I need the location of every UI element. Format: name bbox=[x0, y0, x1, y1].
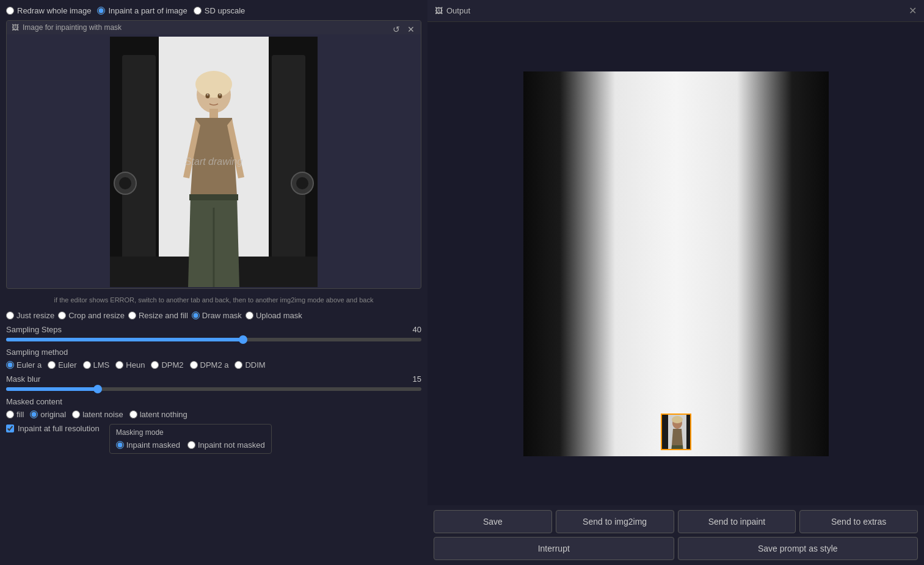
option-inpaint-masked[interactable]: Inpaint masked bbox=[116, 440, 180, 450]
radio-inpaint[interactable] bbox=[97, 7, 105, 15]
send-inpaint-button[interactable]: Send to inpaint bbox=[678, 510, 796, 533]
option-draw-mask[interactable]: Draw mask bbox=[192, 311, 242, 320]
radio-redraw[interactable] bbox=[6, 7, 14, 15]
option-just-resize[interactable]: Just resize bbox=[6, 311, 54, 320]
radio-heun[interactable] bbox=[115, 361, 123, 369]
refresh-icon-btn[interactable]: ↺ bbox=[391, 23, 401, 35]
sampling-method-label: Sampling method bbox=[6, 348, 421, 357]
radio-upload-mask[interactable] bbox=[246, 312, 253, 319]
send-extras-button[interactable]: Send to extras bbox=[799, 510, 918, 533]
option-latent-nothing[interactable]: latent nothing bbox=[129, 410, 187, 419]
svg-rect-22 bbox=[591, 71, 762, 456]
mask-blur-label-row: Mask blur 15 bbox=[6, 374, 421, 384]
tab-redraw[interactable]: Redraw whole image bbox=[6, 6, 91, 15]
option-original[interactable]: original bbox=[30, 410, 66, 419]
label-upload-mask: Upload mask bbox=[256, 311, 302, 320]
sampling-steps-thumb[interactable] bbox=[239, 335, 247, 344]
radio-fill[interactable] bbox=[6, 410, 14, 418]
radio-original[interactable] bbox=[30, 410, 38, 418]
radio-sdupscale[interactable] bbox=[194, 7, 202, 15]
label-draw-mask: Draw mask bbox=[202, 311, 242, 320]
right-panel: 🖼 Output ✕ bbox=[427, 0, 924, 565]
option-ddim[interactable]: DDIM bbox=[235, 360, 265, 370]
svg-point-44 bbox=[683, 122, 705, 144]
svg-point-57 bbox=[672, 416, 683, 423]
radio-ddim[interactable] bbox=[235, 361, 242, 369]
send-img2img-button[interactable]: Send to img2img bbox=[556, 510, 674, 533]
option-lms[interactable]: LMS bbox=[83, 360, 110, 370]
option-resize-fill[interactable]: Resize and fill bbox=[128, 311, 188, 320]
svg-rect-21 bbox=[523, 71, 829, 456]
option-euler[interactable]: Euler bbox=[48, 360, 76, 370]
inpaint-full-res-checkbox[interactable] bbox=[6, 425, 14, 432]
option-euler-a[interactable]: Euler a bbox=[6, 360, 42, 370]
label-original: original bbox=[40, 410, 66, 419]
radio-lms[interactable] bbox=[83, 361, 91, 369]
mask-blur-value: 15 bbox=[413, 374, 421, 384]
option-inpaint-not-masked[interactable]: Inpaint not masked bbox=[187, 440, 265, 450]
radio-inpaint-not-masked[interactable] bbox=[187, 441, 195, 449]
mask-blur-thumb[interactable] bbox=[93, 385, 102, 393]
radio-latent-nothing[interactable] bbox=[129, 410, 137, 418]
svg-point-27 bbox=[523, 268, 556, 302]
action-row-1: Save Send to img2img Send to inpaint Sen… bbox=[434, 510, 918, 533]
close-icon-btn[interactable]: ✕ bbox=[406, 23, 416, 35]
option-crop-resize[interactable]: Crop and resize bbox=[58, 311, 125, 320]
radio-euler-a[interactable] bbox=[6, 361, 14, 369]
svg-point-38 bbox=[627, 293, 639, 308]
tab-inpaint[interactable]: Inpaint a part of image bbox=[97, 6, 187, 15]
tab-redraw-label: Redraw whole image bbox=[17, 6, 91, 15]
mask-blur-section: Mask blur 15 bbox=[6, 374, 421, 392]
option-upload-mask[interactable]: Upload mask bbox=[246, 311, 302, 320]
left-panel: Redraw whole image Inpaint a part of ima… bbox=[0, 0, 427, 565]
svg-rect-40 bbox=[669, 178, 683, 194]
inpaint-full-res-label[interactable]: Inpaint at full resolution bbox=[6, 424, 100, 433]
thumbnail-1[interactable] bbox=[661, 414, 691, 450]
option-latent-noise[interactable]: latent noise bbox=[72, 410, 123, 419]
image-area-label: Image for inpainting with mask bbox=[23, 23, 122, 32]
svg-point-42 bbox=[648, 117, 704, 158]
label-latent-nothing: latent nothing bbox=[140, 410, 187, 419]
option-dpm2a[interactable]: DPM2 a bbox=[190, 360, 229, 370]
save-prompt-button[interactable]: Save prompt as style bbox=[678, 537, 919, 560]
radio-dpm2[interactable] bbox=[151, 361, 159, 369]
image-area-controls: ↺ ✕ bbox=[391, 23, 416, 35]
radio-resize-fill[interactable] bbox=[128, 312, 136, 319]
mask-blur-fill bbox=[6, 387, 98, 391]
radio-latent-noise[interactable] bbox=[72, 410, 80, 418]
output-close-button[interactable]: ✕ bbox=[909, 5, 917, 16]
label-resize-fill: Resize and fill bbox=[139, 311, 188, 320]
radio-crop-resize[interactable] bbox=[58, 312, 66, 319]
sampling-steps-value: 40 bbox=[413, 325, 421, 334]
radio-euler[interactable] bbox=[48, 361, 56, 369]
svg-rect-24 bbox=[762, 71, 829, 456]
label-euler: Euler bbox=[58, 360, 76, 370]
svg-point-12 bbox=[195, 71, 232, 98]
tab-sdupscale[interactable]: SD upscale bbox=[194, 6, 245, 15]
label-fill: fill bbox=[16, 410, 24, 419]
option-dpm2[interactable]: DPM2 bbox=[151, 360, 183, 370]
mask-blur-label: Mask blur bbox=[6, 374, 40, 384]
output-icon: 🖼 bbox=[435, 6, 443, 15]
svg-point-6 bbox=[119, 177, 131, 189]
label-latent-noise: latent noise bbox=[82, 410, 123, 419]
bottom-controls: Inpaint at full resolution Masking mode … bbox=[6, 424, 421, 454]
svg-point-39 bbox=[713, 293, 725, 308]
option-heun[interactable]: Heun bbox=[115, 360, 145, 370]
label-dpm2a: DPM2 a bbox=[200, 360, 229, 370]
thumbnail-strip bbox=[661, 414, 691, 450]
output-image-svg bbox=[523, 71, 829, 456]
interrupt-button[interactable]: Interrupt bbox=[434, 537, 674, 560]
radio-dpm2a[interactable] bbox=[190, 361, 198, 369]
image-area[interactable]: 🖼 Image for inpainting with mask ↺ ✕ bbox=[6, 20, 421, 289]
radio-inpaint-masked[interactable] bbox=[116, 441, 124, 449]
canvas-placeholder[interactable]: Start drawing bbox=[7, 35, 421, 288]
radio-draw-mask[interactable] bbox=[192, 312, 200, 319]
label-dpm2: DPM2 bbox=[161, 360, 183, 370]
option-fill[interactable]: fill bbox=[6, 410, 24, 419]
svg-point-49 bbox=[680, 156, 688, 164]
save-button[interactable]: Save bbox=[434, 510, 552, 533]
radio-just-resize[interactable] bbox=[6, 312, 14, 319]
resize-options: Just resize Crop and resize Resize and f… bbox=[6, 311, 421, 320]
sampling-steps-label: Sampling Steps bbox=[6, 325, 62, 334]
